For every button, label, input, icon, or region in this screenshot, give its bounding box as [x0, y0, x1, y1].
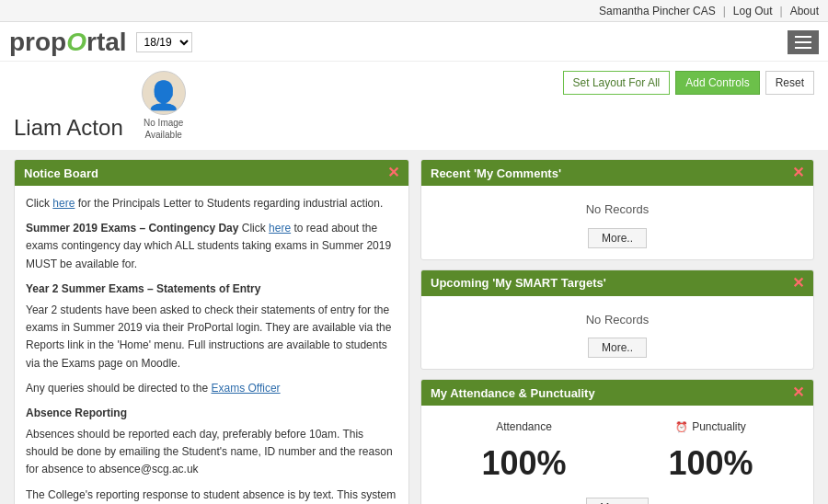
- avatar-circle: 👤: [142, 71, 186, 115]
- hamburger-line1: [795, 36, 811, 38]
- left-column: Notice Board ✕ Click here for the Princi…: [14, 159, 409, 504]
- attendance-header: My Attendance & Punctuality ✕: [421, 380, 813, 406]
- punctuality-item: ⏰ Punctuality 100%: [668, 418, 753, 488]
- smart-targets-more-btn[interactable]: More..: [588, 338, 647, 358]
- attendance-panel: My Attendance & Punctuality ✕ Attendance…: [420, 379, 814, 504]
- recent-comments-header: Recent 'My Comments' ✕: [421, 160, 813, 186]
- attendance-row: Attendance 100% ⏰ Punctuality 100%: [431, 418, 804, 488]
- sep1: |: [723, 5, 726, 17]
- smart-targets-title: Upcoming 'My SMART Targets': [431, 276, 606, 290]
- attendance-more-row: More...: [431, 498, 804, 504]
- attendance-item: Attendance 100%: [481, 418, 566, 488]
- hamburger-button[interactable]: [788, 30, 819, 54]
- set-layout-button[interactable]: Set Layout For All: [563, 71, 671, 95]
- notice-board-title: Notice Board: [24, 166, 98, 180]
- hamburger-line3: [795, 47, 811, 49]
- notice-board-close[interactable]: ✕: [387, 166, 399, 180]
- header: propOrtal 17/18 18/19 19/20: [0, 22, 828, 62]
- attendance-label: Attendance: [481, 418, 566, 435]
- student-header: Liam Acton 👤 No Image Available Set Layo…: [0, 62, 828, 150]
- exams-officer-link[interactable]: Exams Officer: [211, 382, 280, 395]
- header-left: propOrtal 17/18 18/19 19/20: [9, 28, 192, 57]
- here-link-1[interactable]: here: [52, 197, 75, 210]
- main-content: Notice Board ✕ Click here for the Princi…: [0, 150, 828, 504]
- header-buttons: Set Layout For All Add Controls Reset: [563, 71, 814, 95]
- notice-board-header: Notice Board ✕: [15, 160, 408, 186]
- reset-button[interactable]: Reset: [765, 71, 814, 95]
- sep2: |: [780, 5, 783, 17]
- recent-comments-no-records: No Records: [431, 200, 804, 219]
- recent-comments-close[interactable]: ✕: [792, 166, 804, 180]
- logo-o: O: [66, 28, 86, 56]
- recent-comments-body: No Records More..: [421, 186, 813, 259]
- notice-board-body: Click here for the Principals Letter to …: [15, 186, 408, 504]
- about-link[interactable]: About: [790, 5, 819, 17]
- recent-comments-title: Recent 'My Comments': [431, 166, 561, 180]
- notice-para-3: Year 2 students have been asked to check…: [26, 302, 397, 372]
- here-link-2[interactable]: here: [269, 222, 291, 235]
- punctuality-label: ⏰ Punctuality: [668, 418, 753, 435]
- smart-targets-panel: Upcoming 'My SMART Targets' ✕ No Records…: [420, 269, 814, 371]
- notice-para-5: Absences should be reported each day, pr…: [26, 426, 397, 479]
- notice-heading-1: Year 2 Summer Exams – Statements of Entr…: [26, 281, 397, 298]
- logo: propOrtal: [9, 28, 127, 57]
- student-avatar: 👤 No Image Available: [142, 71, 186, 141]
- smart-targets-body: No Records More..: [421, 296, 813, 370]
- recent-comments-more-btn[interactable]: More..: [588, 228, 647, 248]
- logo-rtal: rtal: [86, 28, 127, 56]
- notice-heading-2: Absence Reporting: [26, 405, 397, 422]
- recent-comments-panel: Recent 'My Comments' ✕ No Records More..: [420, 159, 814, 260]
- notice-para-4: Any queries should be directed to the Ex…: [26, 380, 397, 397]
- add-controls-button[interactable]: Add Controls: [675, 71, 759, 95]
- logo-pro: prop: [9, 28, 66, 56]
- user-name: Samantha Pincher CAS: [599, 5, 716, 17]
- clock-icon: ⏰: [675, 419, 688, 435]
- year-select[interactable]: 17/18 18/19 19/20: [136, 32, 192, 52]
- notice-para-6: The College's reporting response to stud…: [26, 487, 397, 504]
- notice-para-2: Summer 2019 Exams – Contingency Day Clic…: [26, 220, 397, 273]
- attendance-close[interactable]: ✕: [792, 385, 804, 400]
- attendance-value: 100%: [481, 439, 566, 488]
- notice-board-panel: Notice Board ✕ Click here for the Princi…: [14, 159, 409, 504]
- smart-targets-no-records: No Records: [431, 311, 804, 329]
- attendance-body: Attendance 100% ⏰ Punctuality 100% More.…: [421, 406, 813, 504]
- avatar-label: No Image Available: [142, 117, 186, 141]
- punctuality-value: 100%: [668, 439, 753, 488]
- logout-link[interactable]: Log Out: [733, 5, 773, 17]
- avatar-figure: 👤: [146, 79, 180, 111]
- hamburger-line2: [795, 41, 811, 43]
- attendance-more-btn[interactable]: More...: [586, 498, 648, 504]
- smart-targets-header: Upcoming 'My SMART Targets' ✕: [421, 270, 813, 296]
- right-column: Recent 'My Comments' ✕ No Records More..…: [420, 159, 814, 504]
- smart-targets-close[interactable]: ✕: [792, 276, 804, 291]
- student-name: Liam Acton: [14, 115, 123, 141]
- notice-para-1: Click here for the Principals Letter to …: [26, 195, 397, 212]
- attendance-title: My Attendance & Punctuality: [431, 386, 595, 400]
- top-bar: Samantha Pincher CAS | Log Out | About: [0, 0, 828, 22]
